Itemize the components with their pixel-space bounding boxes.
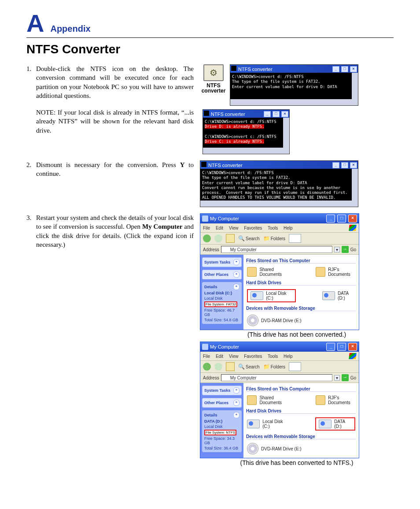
menu-view[interactable]: View [229, 226, 239, 230]
toolbar[interactable]: Search Folders [200, 361, 359, 373]
address-input[interactable]: My Computer [221, 374, 332, 381]
item-user-docs[interactable]: RJF's Documents [316, 395, 355, 405]
address-bar[interactable]: Address My Computer ▾ → Go [200, 245, 359, 255]
detail-title: DATA (D:) [204, 419, 239, 424]
chevron-icon[interactable]: » [233, 387, 239, 394]
window-titlebar[interactable]: My Computer _ □ × [200, 342, 359, 352]
forward-button[interactable] [214, 234, 222, 242]
address-input[interactable]: My Computer [221, 246, 332, 253]
appendix-label: Appendix [50, 24, 90, 34]
menu-bar[interactable]: File Edit View Favorites Tools Help [200, 352, 359, 361]
item-local-disk-c-highlight[interactable]: Local Disk (C:) [247, 289, 296, 302]
minimize-button[interactable]: _ [326, 343, 335, 351]
window-titlebar[interactable]: NTFS converter _ □ × [203, 110, 289, 118]
close-button[interactable]: × [348, 343, 357, 351]
maximize-button[interactable]: □ [273, 111, 280, 117]
window-titlebar[interactable]: My Computer _ □ × [200, 214, 359, 223]
menu-help[interactable]: Help [284, 226, 293, 230]
detail-filesystem-highlight: File System: FAT32 [204, 301, 237, 307]
sidebar-other-places[interactable]: Other Places» [202, 270, 242, 279]
item-data-d-highlight[interactable]: DATA (D:) [315, 417, 355, 431]
sidebar-system-tasks[interactable]: System Tasks» [202, 386, 242, 395]
maximize-button[interactable]: □ [341, 162, 348, 168]
folders-button[interactable]: Folders [263, 364, 285, 370]
back-button[interactable] [203, 234, 211, 242]
dvd-icon [247, 443, 258, 454]
maximize-button[interactable]: □ [341, 66, 348, 72]
chevron-down-icon[interactable]: ▾ [334, 375, 340, 381]
up-button[interactable] [226, 234, 235, 243]
minimize-button[interactable]: _ [326, 215, 335, 223]
menu-file[interactable]: File [203, 354, 210, 359]
minimize-button[interactable]: _ [332, 162, 339, 168]
detail-type: Local Disk [204, 296, 239, 301]
detail-free: Free Space: 46.7 GB [204, 308, 239, 317]
search-button[interactable]: Search [238, 235, 260, 241]
views-button[interactable] [289, 362, 301, 371]
minimize-button[interactable]: _ [264, 111, 271, 117]
views-button[interactable] [289, 234, 301, 243]
menu-help[interactable]: Help [284, 354, 293, 359]
item-shared-docs[interactable]: Shared Documents [247, 395, 289, 405]
menu-tools[interactable]: Tools [268, 226, 278, 230]
vertical-scrollbar[interactable] [283, 118, 289, 148]
mycomputer-icon [223, 247, 228, 252]
forward-button[interactable] [214, 363, 222, 371]
window-titlebar[interactable]: NTFS converter _ □ × [200, 161, 358, 169]
horizontal-scrollbar[interactable] [230, 99, 358, 105]
chevron-icon[interactable]: » [233, 271, 239, 278]
go-label: Go [350, 375, 356, 380]
menu-edit[interactable]: Edit [216, 354, 223, 359]
back-button[interactable] [203, 363, 211, 371]
go-button[interactable]: → [342, 374, 349, 381]
sidebar-other-places[interactable]: Other Places» [202, 398, 242, 408]
cmd-icon [204, 111, 209, 116]
address-bar[interactable]: Address My Computer ▾ → Go [200, 373, 359, 383]
search-button[interactable]: Search [238, 364, 260, 370]
menu-bar[interactable]: File Edit View Favorites Tools Help [200, 223, 359, 233]
vertical-scrollbar[interactable] [352, 73, 358, 99]
item-local-disk-c[interactable]: Local Disk (C:) [247, 419, 289, 429]
item-dvd-drive[interactable]: DVD-RAM Drive (E:) [247, 315, 302, 326]
menu-favorites[interactable]: Favorites [244, 354, 262, 359]
chevron-icon[interactable]: » [233, 259, 239, 265]
toolbar[interactable]: Search Folders [200, 233, 359, 245]
close-button[interactable]: × [281, 111, 288, 117]
desktop-icon-ntfs[interactable]: ⚙ NTFSconverter [200, 64, 227, 93]
menu-file[interactable]: File [203, 226, 210, 230]
menu-view[interactable]: View [229, 354, 239, 359]
menu-edit[interactable]: Edit [216, 226, 223, 230]
dvd-icon [247, 315, 258, 326]
section-files: Files Stored on This Computer [246, 258, 356, 264]
vertical-scrollbar[interactable] [352, 169, 358, 201]
sidebar-system-tasks[interactable]: System Tasks» [202, 257, 242, 267]
chevron-icon[interactable]: « [233, 412, 239, 418]
maximize-button[interactable]: □ [337, 215, 346, 223]
chevron-icon[interactable]: « [233, 284, 239, 290]
go-button[interactable]: → [342, 246, 349, 253]
explorer-main: Files Stored on This Computer Shared Doc… [243, 255, 359, 330]
window-titlebar[interactable]: NTFS converter _ □ × [230, 65, 358, 73]
item-data-d[interactable]: DATA (D:) [322, 291, 355, 301]
menu-tools[interactable]: Tools [268, 354, 278, 359]
up-button[interactable] [226, 362, 235, 371]
window-title: My Computer [210, 344, 239, 349]
chevron-down-icon[interactable]: ▾ [334, 247, 340, 253]
minimize-button[interactable]: _ [332, 66, 339, 72]
caption-converted: (This drive has been converted to NTFS.) [200, 459, 394, 466]
horizontal-scrollbar[interactable] [200, 201, 358, 207]
maximize-button[interactable]: □ [337, 343, 346, 351]
section-removable: Devices with Removable Storage [246, 434, 356, 439]
console-window-2: NTFS converter _ □ × C:\WINDOWS>convert … [203, 109, 290, 154]
close-button[interactable]: × [348, 215, 357, 223]
item-shared-docs[interactable]: Shared Documents [247, 267, 289, 277]
folder-icon [247, 267, 257, 277]
folders-button[interactable]: Folders [263, 235, 285, 241]
horizontal-scrollbar[interactable] [203, 148, 289, 154]
item-dvd-drive[interactable]: DVD-RAM Drive (E:) [247, 443, 302, 454]
item-user-docs[interactable]: RJF's Documents [316, 267, 355, 277]
close-button[interactable]: × [350, 162, 357, 168]
menu-favorites[interactable]: Favorites [244, 226, 262, 230]
close-button[interactable]: × [350, 66, 357, 72]
chevron-icon[interactable]: » [233, 400, 239, 406]
